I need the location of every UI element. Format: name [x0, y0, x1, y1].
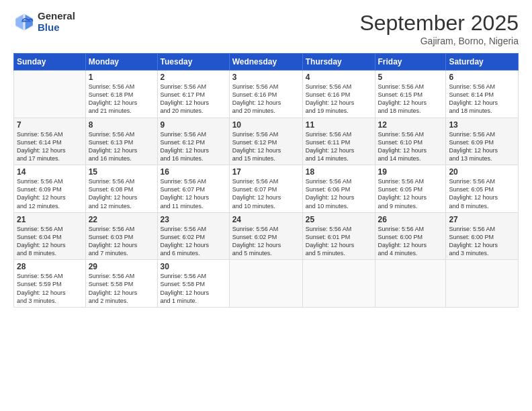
day-cell: 2Sunrise: 5:56 AM Sunset: 6:17 PM Daylig…	[157, 71, 229, 118]
header-sunday: Sunday	[14, 54, 86, 71]
day-info: Sunrise: 5:56 AM Sunset: 6:03 PM Dayligh…	[89, 225, 154, 258]
day-cell: 6Sunrise: 5:56 AM Sunset: 6:14 PM Daylig…	[446, 71, 519, 118]
header-monday: Monday	[85, 54, 157, 71]
logo: General Blue	[13, 11, 75, 33]
day-number: 15	[89, 167, 154, 177]
day-cell: 16Sunrise: 5:56 AM Sunset: 6:07 PM Dayli…	[157, 165, 229, 213]
day-number: 20	[449, 167, 515, 177]
day-info: Sunrise: 5:56 AM Sunset: 6:15 PM Dayligh…	[378, 83, 443, 116]
day-number: 8	[89, 120, 154, 130]
logo-blue-text: Blue	[38, 22, 75, 34]
day-number: 3	[232, 73, 300, 82]
day-info: Sunrise: 5:56 AM Sunset: 5:59 PM Dayligh…	[17, 272, 83, 305]
day-info: Sunrise: 5:56 AM Sunset: 5:58 PM Dayligh…	[161, 272, 226, 305]
header: General Blue September 2025 Gajiram, Bor…	[13, 11, 519, 46]
day-info: Sunrise: 5:56 AM Sunset: 6:02 PM Dayligh…	[232, 225, 300, 258]
week-row-5: 28Sunrise: 5:56 AM Sunset: 5:59 PM Dayli…	[14, 260, 519, 308]
day-number: 18	[306, 167, 372, 177]
day-cell: 15Sunrise: 5:56 AM Sunset: 6:08 PM Dayli…	[85, 165, 157, 213]
day-number: 23	[161, 215, 226, 224]
day-info: Sunrise: 5:56 AM Sunset: 6:16 PM Dayligh…	[306, 83, 372, 116]
day-cell: 5Sunrise: 5:56 AM Sunset: 6:15 PM Daylig…	[375, 71, 446, 118]
logo-text: General Blue	[38, 11, 75, 33]
day-cell	[375, 260, 446, 308]
day-number: 11	[306, 120, 372, 130]
day-cell: 12Sunrise: 5:56 AM Sunset: 6:10 PM Dayli…	[375, 118, 446, 165]
day-info: Sunrise: 5:56 AM Sunset: 6:17 PM Dayligh…	[161, 83, 226, 116]
header-thursday: Thursday	[302, 54, 375, 71]
day-info: Sunrise: 5:56 AM Sunset: 6:14 PM Dayligh…	[449, 83, 515, 116]
day-info: Sunrise: 5:56 AM Sunset: 6:01 PM Dayligh…	[306, 225, 372, 258]
day-info: Sunrise: 5:56 AM Sunset: 5:58 PM Dayligh…	[89, 272, 154, 305]
day-info: Sunrise: 5:56 AM Sunset: 6:11 PM Dayligh…	[306, 130, 372, 163]
day-cell	[302, 260, 375, 308]
week-row-1: 1Sunrise: 5:56 AM Sunset: 6:18 PM Daylig…	[14, 71, 519, 118]
day-cell: 19Sunrise: 5:56 AM Sunset: 6:05 PM Dayli…	[375, 165, 446, 213]
day-cell: 11Sunrise: 5:56 AM Sunset: 6:11 PM Dayli…	[302, 118, 375, 165]
day-info: Sunrise: 5:56 AM Sunset: 6:07 PM Dayligh…	[232, 177, 300, 210]
day-cell: 22Sunrise: 5:56 AM Sunset: 6:03 PM Dayli…	[85, 212, 157, 260]
day-number: 17	[232, 167, 300, 177]
day-number: 28	[17, 262, 83, 271]
page: General Blue September 2025 Gajiram, Bor…	[0, 0, 532, 411]
day-number: 12	[378, 120, 443, 130]
day-cell: 4Sunrise: 5:56 AM Sunset: 6:16 PM Daylig…	[302, 71, 375, 118]
day-number: 25	[306, 215, 372, 224]
day-cell: 13Sunrise: 5:56 AM Sunset: 6:09 PM Dayli…	[446, 118, 519, 165]
day-cell	[446, 260, 519, 308]
header-friday: Friday	[375, 54, 446, 71]
day-info: Sunrise: 5:56 AM Sunset: 6:09 PM Dayligh…	[17, 177, 83, 210]
day-cell: 14Sunrise: 5:56 AM Sunset: 6:09 PM Dayli…	[14, 165, 86, 213]
title-block: September 2025 Gajiram, Borno, Nigeria	[359, 11, 519, 46]
day-cell: 26Sunrise: 5:56 AM Sunset: 6:00 PM Dayli…	[375, 212, 446, 260]
weekday-header-row: Sunday Monday Tuesday Wednesday Thursday…	[14, 54, 519, 71]
day-info: Sunrise: 5:56 AM Sunset: 6:04 PM Dayligh…	[17, 225, 83, 258]
week-row-4: 21Sunrise: 5:56 AM Sunset: 6:04 PM Dayli…	[14, 212, 519, 260]
day-number: 19	[378, 167, 443, 177]
day-number: 13	[449, 120, 515, 130]
header-tuesday: Tuesday	[157, 54, 229, 71]
day-info: Sunrise: 5:56 AM Sunset: 6:06 PM Dayligh…	[306, 177, 372, 210]
day-cell: 20Sunrise: 5:56 AM Sunset: 6:05 PM Dayli…	[446, 165, 519, 213]
day-info: Sunrise: 5:56 AM Sunset: 6:12 PM Dayligh…	[161, 130, 226, 163]
day-info: Sunrise: 5:56 AM Sunset: 6:10 PM Dayligh…	[378, 130, 443, 163]
day-info: Sunrise: 5:56 AM Sunset: 6:14 PM Dayligh…	[17, 130, 83, 163]
day-cell: 24Sunrise: 5:56 AM Sunset: 6:02 PM Dayli…	[229, 212, 302, 260]
day-info: Sunrise: 5:56 AM Sunset: 6:05 PM Dayligh…	[449, 177, 515, 210]
day-cell: 30Sunrise: 5:56 AM Sunset: 5:58 PM Dayli…	[157, 260, 229, 308]
day-number: 24	[232, 215, 300, 224]
day-cell: 7Sunrise: 5:56 AM Sunset: 6:14 PM Daylig…	[14, 118, 86, 165]
day-info: Sunrise: 5:56 AM Sunset: 6:09 PM Dayligh…	[449, 130, 515, 163]
day-number: 30	[161, 262, 226, 271]
day-number: 16	[161, 167, 226, 177]
day-number: 14	[17, 167, 83, 177]
day-number: 4	[306, 73, 372, 82]
day-number: 7	[17, 120, 83, 130]
day-number: 22	[89, 215, 154, 224]
day-cell: 18Sunrise: 5:56 AM Sunset: 6:06 PM Dayli…	[302, 165, 375, 213]
location: Gajiram, Borno, Nigeria	[359, 36, 519, 46]
day-cell	[229, 260, 302, 308]
day-number: 29	[89, 262, 154, 271]
day-cell: 8Sunrise: 5:56 AM Sunset: 6:13 PM Daylig…	[85, 118, 157, 165]
week-row-3: 14Sunrise: 5:56 AM Sunset: 6:09 PM Dayli…	[14, 165, 519, 213]
day-cell: 9Sunrise: 5:56 AM Sunset: 6:12 PM Daylig…	[157, 118, 229, 165]
day-info: Sunrise: 5:56 AM Sunset: 6:00 PM Dayligh…	[449, 225, 515, 258]
day-number: 26	[378, 215, 443, 224]
logo-general-text: General	[38, 11, 75, 22]
day-cell: 17Sunrise: 5:56 AM Sunset: 6:07 PM Dayli…	[229, 165, 302, 213]
day-number: 5	[378, 73, 443, 82]
day-cell: 21Sunrise: 5:56 AM Sunset: 6:04 PM Dayli…	[14, 212, 86, 260]
month-title: September 2025	[359, 11, 519, 36]
day-number: 1	[89, 73, 154, 82]
header-wednesday: Wednesday	[229, 54, 302, 71]
day-cell: 29Sunrise: 5:56 AM Sunset: 5:58 PM Dayli…	[85, 260, 157, 308]
day-number: 6	[449, 73, 515, 82]
day-info: Sunrise: 5:56 AM Sunset: 6:16 PM Dayligh…	[232, 83, 300, 116]
day-number: 27	[449, 215, 515, 224]
header-saturday: Saturday	[446, 54, 519, 71]
day-cell: 27Sunrise: 5:56 AM Sunset: 6:00 PM Dayli…	[446, 212, 519, 260]
day-info: Sunrise: 5:56 AM Sunset: 6:08 PM Dayligh…	[89, 177, 154, 210]
day-info: Sunrise: 5:56 AM Sunset: 6:02 PM Dayligh…	[161, 225, 226, 258]
day-info: Sunrise: 5:56 AM Sunset: 6:18 PM Dayligh…	[89, 83, 154, 116]
